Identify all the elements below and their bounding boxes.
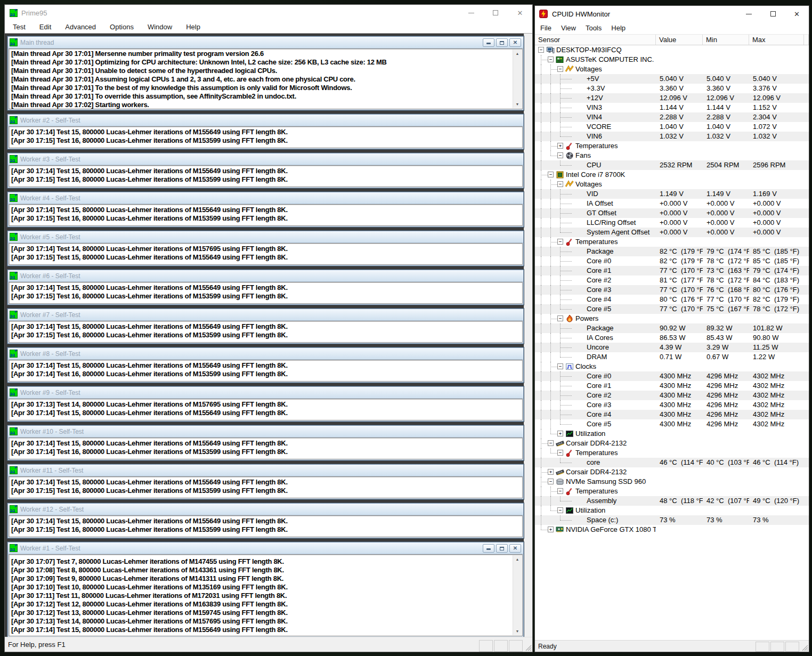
menu-item-view[interactable]: View: [556, 24, 581, 32]
sensor-row[interactable]: Core #082 °C (179 °F)78 °C (172 °F)85 °C…: [535, 256, 809, 266]
scroll-down-icon[interactable]: ▼: [513, 627, 522, 635]
expand-toggle[interactable]: −: [557, 152, 563, 158]
close-icon[interactable]: ✕: [508, 5, 532, 21]
sensor-row[interactable]: −Temperatures: [535, 237, 809, 247]
expand-toggle[interactable]: −: [548, 440, 554, 446]
column-header-value[interactable]: Value: [656, 35, 703, 45]
hwmonitor-titlebar[interactable]: CPUID HWMonitor ✕: [535, 6, 809, 22]
sensor-row[interactable]: Core #34300 MHz4296 MHz4302 MHz: [535, 400, 809, 410]
maximize-icon[interactable]: [483, 5, 508, 21]
menu-item-window[interactable]: Window: [141, 23, 179, 31]
log-scrollbar[interactable]: ▲▼: [513, 50, 522, 108]
menu-item-edit[interactable]: Edit: [33, 23, 58, 31]
menu-item-help[interactable]: Help: [179, 23, 207, 31]
sensor-row[interactable]: −Temperatures: [535, 487, 809, 496]
sensor-row[interactable]: Core #577 °C (170 °F)75 °C (167 °F)78 °C…: [535, 304, 809, 314]
expand-toggle[interactable]: +: [548, 469, 554, 475]
sensor-row[interactable]: +NVIDIA GeForce GTX 1080 Ti: [535, 525, 809, 534]
sensor-row[interactable]: core46 °C (114 °F)40 °C (103 °F)46 °C (1…: [535, 458, 809, 467]
sensor-row[interactable]: Core #14300 MHz4296 MHz4302 MHz: [535, 381, 809, 391]
sensor-row[interactable]: IA Offset+0.000 V+0.000 V+0.000 V: [535, 199, 809, 208]
sensor-row[interactable]: VID1.149 V1.149 V1.169 V: [535, 189, 809, 199]
column-header-min[interactable]: Min: [703, 35, 749, 45]
child-titlebar[interactable]: P2-1Worker #7 - Self-Test: [8, 309, 523, 321]
sensor-row[interactable]: CPU2532 RPM2504 RPM2596 RPM: [535, 160, 809, 170]
expand-toggle[interactable]: −: [557, 507, 563, 513]
sensor-row[interactable]: +3.3V3.360 V3.360 V3.376 V: [535, 84, 809, 93]
menu-item-help[interactable]: Help: [606, 24, 630, 32]
sensor-row[interactable]: −DESKTOP-M93IFCQ: [535, 45, 809, 55]
restore-icon[interactable]: [496, 544, 508, 553]
sensor-row[interactable]: −Corsair DDR4-2132: [535, 439, 809, 448]
resize-grip-icon[interactable]: [524, 640, 532, 652]
sensor-row[interactable]: +5V5.040 V5.040 V5.040 V: [535, 74, 809, 84]
minimize-icon[interactable]: [459, 5, 483, 21]
sensor-row[interactable]: Assembly48 °C (118 °F)42 °C (107 °F)49 °…: [535, 496, 809, 506]
sensor-row[interactable]: −Voltages: [535, 64, 809, 74]
sensor-row[interactable]: Core #377 °C (170 °F)76 °C (168 °F)80 °C…: [535, 285, 809, 295]
sensor-row[interactable]: Core #54300 MHz4296 MHz4302 MHz: [535, 419, 809, 429]
menu-item-tools[interactable]: Tools: [581, 24, 606, 32]
sensor-row[interactable]: VIN61.032 V1.032 V1.032 V: [535, 132, 809, 141]
expand-toggle[interactable]: −: [557, 363, 563, 369]
sensor-row[interactable]: VIN31.144 V1.144 V1.152 V: [535, 103, 809, 112]
sensor-row[interactable]: DRAM0.71 W0.67 W1.22 W: [535, 352, 809, 362]
sensor-row[interactable]: IA Cores86.53 W85.43 W90.80 W: [535, 333, 809, 343]
sensor-row[interactable]: LLC/Ring Offset+0.000 V+0.000 V+0.000 V: [535, 218, 809, 228]
menu-item-advanced[interactable]: Advanced: [58, 23, 103, 31]
sensor-row[interactable]: −Utilization: [535, 506, 809, 515]
column-header-max[interactable]: Max: [749, 35, 804, 45]
child-titlebar[interactable]: P2-1Worker #10 - Self-Test: [8, 426, 523, 438]
mdi-scrollbar[interactable]: [524, 34, 532, 637]
child-titlebar[interactable]: P2-1Worker #11 - Self-Test: [8, 465, 523, 476]
sensor-row[interactable]: −Temperatures: [535, 448, 809, 458]
close-icon[interactable]: ✕: [509, 38, 521, 47]
child-titlebar[interactable]: P2-1Main thread✕: [8, 37, 523, 48]
scroll-down-icon[interactable]: ▼: [513, 100, 522, 108]
sensor-row[interactable]: Package82 °C (179 °F)79 °C (174 °F)85 °C…: [535, 247, 809, 256]
sensor-row[interactable]: Core #281 °C (177 °F)78 °C (172 °F)84 °C…: [535, 276, 809, 285]
sensor-row[interactable]: +Utilization: [535, 429, 809, 439]
child-titlebar[interactable]: P2-1Worker #6 - Self-Test: [8, 270, 523, 282]
sensor-row[interactable]: Uncore4.39 W3.29 W11.25 W: [535, 343, 809, 352]
minimize-icon[interactable]: [737, 6, 761, 22]
sensor-row[interactable]: −Powers: [535, 314, 809, 323]
scroll-up-icon[interactable]: ▲: [513, 555, 522, 563]
child-titlebar[interactable]: P2-1Worker #4 - Self-Test: [8, 192, 523, 204]
sensor-row[interactable]: −ASUSTeK COMPUTER INC. R...: [535, 55, 809, 64]
expand-toggle[interactable]: −: [557, 488, 563, 494]
child-titlebar[interactable]: P2-1Worker #5 - Self-Test: [8, 231, 523, 243]
expand-toggle[interactable]: +: [557, 431, 563, 436]
scroll-track[interactable]: [513, 58, 522, 100]
expand-toggle[interactable]: +: [548, 527, 554, 532]
column-header-sensor[interactable]: Sensor: [535, 35, 656, 45]
close-icon[interactable]: ✕: [509, 544, 521, 553]
sensor-row[interactable]: +Temperatures: [535, 141, 809, 151]
expand-toggle[interactable]: −: [538, 47, 544, 53]
child-titlebar[interactable]: P2-1Worker #8 - Self-Test: [8, 348, 523, 360]
sensor-row[interactable]: −Clocks: [535, 362, 809, 371]
sensor-row[interactable]: −Intel Core i7 8700K: [535, 170, 809, 180]
expand-toggle[interactable]: −: [557, 181, 563, 187]
restore-icon[interactable]: [496, 38, 508, 47]
expand-toggle[interactable]: −: [557, 239, 563, 245]
sensor-row[interactable]: Core #44300 MHz4296 MHz4302 MHz: [535, 410, 809, 419]
expand-toggle[interactable]: −: [557, 66, 563, 72]
sensor-row[interactable]: +Corsair DDR4-2132: [535, 467, 809, 477]
close-icon[interactable]: ✕: [785, 6, 809, 22]
sensor-row[interactable]: Core #480 °C (176 °F)77 °C (170 °F)82 °C…: [535, 295, 809, 304]
resize-grip-icon[interactable]: [800, 642, 809, 652]
sensor-row[interactable]: −Voltages: [535, 180, 809, 189]
minimize-icon[interactable]: [483, 38, 494, 47]
expand-toggle[interactable]: −: [548, 56, 554, 62]
child-titlebar[interactable]: P2-1Worker #12 - Self-Test: [8, 504, 523, 515]
sensor-row[interactable]: +12V12.096 V12.096 V12.096 V: [535, 93, 809, 103]
sensor-row[interactable]: System Agent Offset+0.000 V+0.000 V+0.00…: [535, 228, 809, 237]
menu-item-test[interactable]: Test: [6, 23, 33, 31]
scroll-track[interactable]: [513, 563, 522, 627]
sensor-row[interactable]: −NVMe Samsung SSD 960: [535, 477, 809, 487]
log-scrollbar[interactable]: ▲▼: [513, 555, 522, 635]
sensor-row[interactable]: Package90.92 W89.32 W101.82 W: [535, 323, 809, 333]
child-titlebar[interactable]: P2-1Worker #1 - Self-Test✕: [8, 542, 523, 554]
sensor-row[interactable]: Core #04300 MHz4296 MHz4302 MHz: [535, 371, 809, 381]
